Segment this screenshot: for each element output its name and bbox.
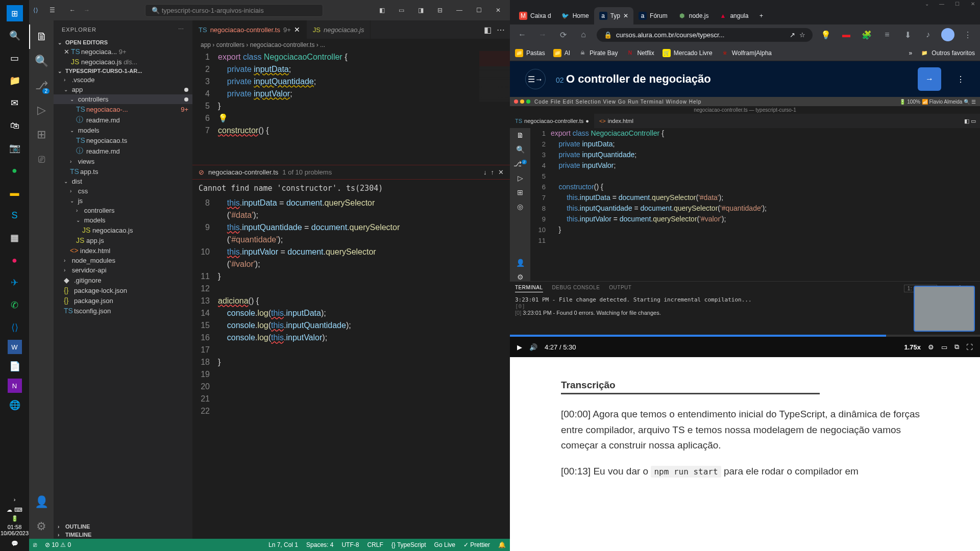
tree-folder[interactable]: › controllers: [54, 206, 192, 215]
outline-section[interactable]: › OUTLINE: [54, 522, 192, 531]
timeline-section[interactable]: › TIMELINE: [54, 531, 192, 539]
back-icon[interactable]: ←: [515, 28, 529, 42]
search-icon[interactable]: 🔍: [29, 49, 54, 73]
more-icon[interactable]: ⋯: [497, 25, 505, 35]
tree-file[interactable]: ◆.gitignore: [54, 275, 192, 285]
nav-back-icon[interactable]: ←: [69, 7, 76, 14]
remote-indicator[interactable]: ⎚: [33, 541, 37, 548]
nav-forward-icon[interactable]: →: [84, 7, 90, 14]
workspace-section[interactable]: ⌄ TYPESCRIPT-CURSO-1-AR...: [54, 67, 192, 75]
language-mode[interactable]: {} TypeScript: [391, 541, 426, 548]
reading-list-icon[interactable]: ≡: [880, 28, 894, 42]
start-button[interactable]: ⊞: [5, 3, 25, 23]
bookmark-item[interactable]: 📁AI: [553, 49, 570, 57]
task-view-icon[interactable]: ▭: [5, 48, 25, 68]
tree-file[interactable]: ⓘreadme.md: [54, 114, 192, 126]
word-icon[interactable]: W: [8, 340, 22, 354]
reload-icon[interactable]: ⟳: [556, 28, 570, 42]
tree-folder[interactable]: › .vscode: [54, 75, 192, 85]
command-center[interactable]: 🔍 typescript-curso-1-arquivos-iniciais: [145, 4, 323, 17]
browser-tab[interactable]: aTyp✕: [594, 7, 633, 24]
open-editor-item[interactable]: ✕TS negociaca... 9+: [54, 46, 192, 57]
prettier[interactable]: ✓ Prettier: [463, 541, 490, 548]
browser-tab[interactable]: aFórum: [633, 7, 673, 24]
layout-icon[interactable]: ◧: [374, 3, 389, 18]
window-close-icon[interactable]: ✕: [971, 1, 975, 7]
tree-file[interactable]: {}package.json: [54, 295, 192, 306]
tree-folder[interactable]: ⌄ app: [54, 85, 192, 94]
next-button[interactable]: →: [918, 67, 941, 91]
browser-tab[interactable]: ▲angula: [714, 7, 753, 24]
menu-icon[interactable]: ☰: [50, 7, 55, 14]
tree-folder[interactable]: › servidor-api: [54, 265, 192, 275]
whatsapp-icon[interactable]: ✆: [5, 295, 25, 315]
editor-tab[interactable]: JSnegociacao.js: [307, 20, 371, 39]
extensions-icon[interactable]: ⊞: [29, 122, 54, 147]
music-icon[interactable]: ♪: [921, 28, 935, 42]
profile-icon[interactable]: [941, 28, 954, 41]
pdf-icon[interactable]: ▬: [839, 28, 853, 42]
app-icon[interactable]: 📄: [5, 356, 25, 377]
explorer-icon[interactable]: 🗎: [29, 24, 54, 49]
more-icon[interactable]: ⋯: [178, 26, 184, 33]
errors-indicator[interactable]: ⊘ 10 ⚠ 0: [45, 541, 71, 548]
fullscreen-icon[interactable]: ⛶: [966, 343, 973, 351]
app-icon[interactable]: 📷: [5, 138, 25, 158]
tree-folder[interactable]: ⌄ models: [54, 215, 192, 225]
new-tab-button[interactable]: +: [753, 7, 769, 24]
tree-file[interactable]: {}package-lock.json: [54, 285, 192, 295]
telegram-icon[interactable]: ✈: [5, 272, 25, 293]
close-icon[interactable]: ✕: [498, 168, 504, 176]
tree-file[interactable]: TSapp.ts: [54, 166, 192, 177]
volume-icon[interactable]: 🔊: [529, 343, 537, 351]
editor-tab[interactable]: TSnegociacao-controller.ts 9+✕: [192, 20, 307, 39]
account-icon[interactable]: 👤: [29, 490, 54, 514]
bookmark-item[interactable]: 📁Pastas: [515, 49, 545, 57]
split-icon[interactable]: ◧: [484, 25, 492, 35]
browser-tab[interactable]: 🐦Home: [556, 7, 594, 24]
layout-icon[interactable]: ⊟: [432, 3, 448, 18]
extensions-icon[interactable]: 🧩: [860, 28, 874, 42]
bookmark-item[interactable]: NNetflix: [626, 49, 654, 57]
tree-file[interactable]: JSnegociacao.js: [54, 225, 192, 235]
window-minimize-icon[interactable]: —: [939, 1, 944, 7]
clock-time[interactable]: 01:58: [1, 524, 29, 530]
app-icon[interactable]: ▦: [5, 228, 25, 248]
tree-file[interactable]: ⓘreadme.md: [54, 145, 192, 157]
next-icon[interactable]: ↓: [483, 168, 487, 176]
bookmark-item[interactable]: ☠Pirate Bay: [578, 49, 618, 57]
close-icon[interactable]: ✕: [491, 3, 506, 18]
settings-icon[interactable]: ⚙: [928, 343, 934, 351]
forward-icon[interactable]: →: [535, 28, 550, 42]
store-icon[interactable]: 🛍: [5, 115, 25, 136]
onenote-icon[interactable]: N: [8, 379, 22, 393]
tree-file[interactable]: TSnegociacao-... 9+: [54, 104, 192, 114]
close-icon[interactable]: ✕: [623, 12, 628, 19]
tree-folder[interactable]: ⌄ js: [54, 196, 192, 206]
url-bar[interactable]: 🔒 cursos.alura.com.br/course/typescr... …: [597, 28, 813, 42]
indentation[interactable]: Spaces: 4: [306, 541, 333, 548]
tree-folder[interactable]: ⌄ dist: [54, 177, 192, 186]
spotify-icon[interactable]: ●: [5, 160, 25, 181]
cursor-position[interactable]: Ln 7, Col 1: [268, 541, 298, 548]
window-maximize-icon[interactable]: ☐: [955, 1, 960, 7]
downloads-icon[interactable]: ⬇: [900, 28, 915, 42]
extension-icon[interactable]: 💡: [819, 28, 833, 42]
bookmark-item[interactable]: ※Wolfram|Alpha: [721, 49, 772, 57]
tree-file[interactable]: JSapp.js: [54, 235, 192, 245]
more-icon[interactable]: ⋮: [957, 74, 965, 84]
vscode-icon[interactable]: ⟨⟩: [5, 317, 25, 338]
search-icon[interactable]: 🔍: [5, 26, 25, 46]
bookmark-item[interactable]: 🛒Mercado Livre: [663, 49, 713, 57]
tree-file[interactable]: TStsconfig.json: [54, 306, 192, 316]
star-icon[interactable]: ☆: [799, 31, 805, 39]
theater-icon[interactable]: ▭: [941, 343, 947, 351]
close-icon[interactable]: ✕: [294, 26, 300, 34]
speed-control[interactable]: 1.75x: [904, 343, 921, 351]
tree-folder[interactable]: › css: [54, 186, 192, 196]
tree-file[interactable]: <>index.html: [54, 245, 192, 256]
share-icon[interactable]: ↗: [790, 31, 795, 39]
encoding[interactable]: UTF-8: [341, 541, 359, 548]
layout-icon[interactable]: ◨: [413, 3, 428, 18]
other-bookmarks[interactable]: 📁Outros favoritos: [920, 49, 975, 57]
